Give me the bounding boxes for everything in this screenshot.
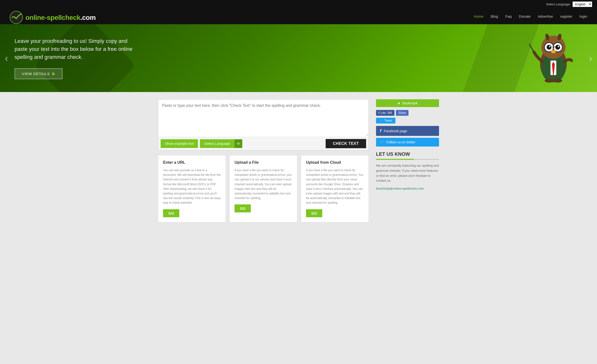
facebook-page-icon: f xyxy=(380,128,381,133)
let-us-know-text: We are constantly improving our spelling… xyxy=(376,163,439,183)
language-label: Select Language: xyxy=(546,2,571,6)
star-icon xyxy=(397,101,401,105)
check-text-button[interactable]: CHECK TEXT xyxy=(326,139,366,148)
svg-line-18 xyxy=(529,40,534,52)
card-enter-url: Enter a URL You can also provide us a li… xyxy=(158,155,226,222)
nav-advertise[interactable]: Advertise xyxy=(538,14,553,18)
cloud-go-button[interactable]: GO xyxy=(306,209,322,217)
text-input[interactable] xyxy=(158,100,369,136)
hero-next-button[interactable]: › xyxy=(587,50,595,66)
let-us-know-section: LET US KNOW We are constantly improving … xyxy=(376,151,439,191)
view-details-label: VIEW DETAILS xyxy=(22,72,50,76)
view-details-button[interactable]: VIEW DETAILS xyxy=(15,68,63,79)
facebook-page-button[interactable]: f Facebook page xyxy=(376,126,439,136)
nav-donate[interactable]: Donate xyxy=(519,14,530,18)
hero-prev-button[interactable]: ‹ xyxy=(2,50,10,66)
logo-wrap: online-spellcheck.com xyxy=(10,11,96,24)
header: online-spellcheck.com Home Blog Faq Dona… xyxy=(0,8,597,24)
envelope-icon: ✉ xyxy=(237,142,240,146)
top-bar: Select Language: English French German S… xyxy=(0,0,597,8)
card-url-title: Enter a URL xyxy=(163,160,221,165)
tweet-bird-icon xyxy=(379,119,383,122)
logo-text: online-spellcheck.com xyxy=(25,14,96,22)
url-go-button[interactable]: GO xyxy=(163,209,179,217)
arrow-right-icon xyxy=(52,72,55,76)
hero-content: Leave your proofreading to us! Simply co… xyxy=(15,37,136,79)
svg-point-14 xyxy=(555,45,560,50)
nav-register[interactable]: register xyxy=(560,14,572,18)
main-nav: Home Blog Faq Donate Advertise register … xyxy=(474,14,587,21)
show-example-button[interactable]: Show example text xyxy=(161,139,198,148)
svg-point-16 xyxy=(558,46,559,47)
let-us-know-underline xyxy=(376,159,439,160)
logo-icon xyxy=(10,11,23,24)
hero-headline: Leave your proofreading to us! Simply co… xyxy=(15,37,136,61)
main-content: Show example text Detect Language ✉ CHEC… xyxy=(153,92,444,230)
detect-language-button[interactable]: Detect Language xyxy=(200,139,235,148)
facebook-page-label: Facebook page xyxy=(384,129,407,133)
twitter-follow-button[interactable]: 🐦 Follow us on twitter xyxy=(376,138,439,147)
language-select[interactable]: English French German Spanish xyxy=(573,1,592,7)
detect-language-icon-button[interactable]: ✉ xyxy=(235,139,242,148)
nav-faq[interactable]: Faq xyxy=(505,14,512,18)
feature-cards-row: Enter a URL You can also provide us a li… xyxy=(158,155,369,222)
language-select-wrap: Select Language: English French German S… xyxy=(546,1,592,7)
card-upload-cloud: Upload from Cloud If you have a file you… xyxy=(301,155,369,222)
like-count: 389 xyxy=(387,111,392,115)
tweet-label: Tweet xyxy=(384,119,392,122)
facebook-like-icon: f xyxy=(378,111,379,115)
nav-home[interactable]: Home xyxy=(474,14,483,18)
logo-green: online-spellcheck xyxy=(25,14,80,21)
owl-mascot xyxy=(529,24,578,92)
nav-login[interactable]: login xyxy=(580,14,587,18)
file-go-button[interactable]: GO xyxy=(235,204,251,212)
svg-point-13 xyxy=(547,45,551,50)
twitter-follow-icon: 🐦 xyxy=(380,140,384,144)
tweet-button[interactable]: Tweet xyxy=(376,118,395,124)
svg-point-20 xyxy=(553,79,562,83)
card-cloud-title: Upload from Cloud xyxy=(306,160,364,165)
svg-point-19 xyxy=(545,79,553,83)
svg-point-17 xyxy=(551,50,556,53)
bookmark-button[interactable]: Bookmark xyxy=(376,99,439,107)
let-us-know-title: LET US KNOW xyxy=(376,151,439,157)
detect-language-wrap: Detect Language ✉ xyxy=(200,139,242,148)
facebook-share-button[interactable]: Share xyxy=(396,110,408,116)
logo-white: .com xyxy=(80,14,95,21)
card-upload-file: Upload a File If you have a file you wan… xyxy=(229,155,297,222)
hero-banner: ‹ Leave your proofreading to us! Simply … xyxy=(0,24,597,92)
card-file-description: If you have a file you want to check for… xyxy=(235,168,292,201)
facebook-like-button[interactable]: f Like 389 xyxy=(376,110,394,116)
left-column: Show example text Detect Language ✉ CHEC… xyxy=(158,99,369,222)
card-url-description: You can also provide us a link to a docu… xyxy=(163,168,221,205)
card-file-title: Upload a File xyxy=(235,160,292,165)
twitter-follow-label: Follow us on twitter xyxy=(386,140,416,144)
bookmark-label: Bookmark xyxy=(402,101,418,105)
card-cloud-description: If you have a file you want to check for… xyxy=(306,168,364,205)
text-input-section: Show example text Detect Language ✉ CHEC… xyxy=(158,99,369,150)
contact-email-link[interactable]: time2help@online-spellcheck.com xyxy=(376,187,424,190)
facebook-like-area: f Like 389 Share xyxy=(376,110,439,116)
nav-blog[interactable]: Blog xyxy=(491,14,498,18)
text-area-controls: Show example text Detect Language ✉ CHEC… xyxy=(158,137,369,150)
svg-point-15 xyxy=(549,46,550,47)
right-sidebar: Bookmark f Like 389 Share Tweet f Facebo… xyxy=(376,99,439,222)
